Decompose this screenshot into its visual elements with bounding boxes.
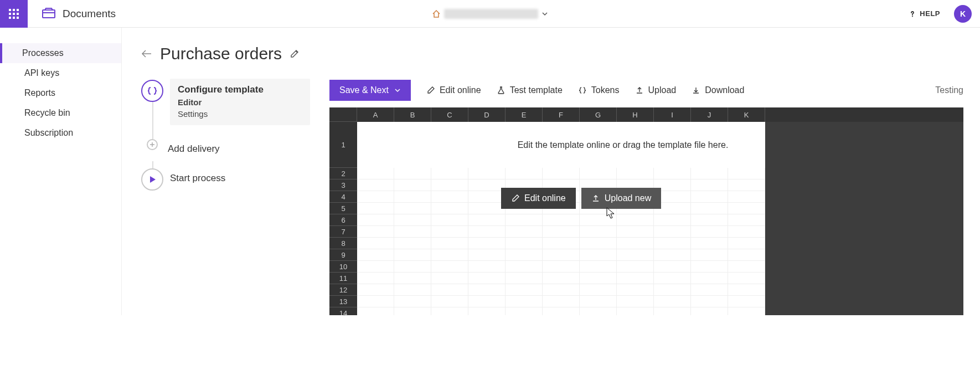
flask-icon (497, 86, 506, 95)
edit-title-button[interactable] (290, 49, 300, 59)
column-header: D (468, 107, 506, 122)
step-editor-link[interactable]: Editor (178, 97, 302, 107)
column-header: A (357, 107, 394, 122)
row-header: 10 (329, 261, 357, 273)
sheet-corner (329, 107, 357, 122)
sidebar-item-processes[interactable]: Processes (0, 43, 121, 63)
column-header: G (580, 107, 617, 122)
home-icon (432, 9, 441, 18)
row-header: 12 (329, 284, 357, 296)
page-title: Purchase orders (160, 44, 282, 63)
column-header: K (728, 107, 765, 122)
apps-grid-icon (9, 9, 19, 19)
sidebar-item-recycle-bin[interactable]: Recycle bin (0, 103, 121, 123)
row-header: 13 (329, 296, 357, 307)
row-header: 14 (329, 307, 357, 315)
edit-icon (511, 194, 520, 203)
download-icon (692, 86, 700, 95)
upload-icon (635, 86, 644, 95)
upload-icon (591, 194, 600, 203)
testing-tab[interactable]: Testing (935, 85, 963, 95)
step-start-process[interactable]: Start process (170, 168, 310, 184)
row-header: 3 (329, 179, 357, 191)
sheet-dark-area (765, 122, 963, 315)
step-configure-card[interactable]: Configure template Editor Settings (170, 79, 310, 125)
column-header: F (543, 107, 580, 122)
edit-online-button[interactable]: Edit online (426, 85, 481, 95)
row-header: 9 (329, 249, 357, 261)
column-header: H (617, 107, 654, 122)
download-button[interactable]: Download (692, 85, 744, 95)
sidebar-nav: Processes API keys Reports Recycle bin S… (0, 28, 122, 315)
column-headers: ABCDEFGHIJK (357, 107, 963, 122)
chevron-down-icon (394, 87, 401, 94)
column-header: B (394, 107, 431, 122)
step-add-delivery[interactable]: Add delivery (164, 139, 310, 155)
account-email-blurred (444, 9, 538, 19)
overlay-edit-online-button[interactable]: Edit online (501, 188, 576, 209)
plus-icon (149, 141, 156, 148)
help-link[interactable]: HELP (909, 9, 940, 18)
documents-icon (42, 8, 56, 20)
step-settings-link[interactable]: Settings (178, 109, 302, 119)
test-template-button[interactable]: Test template (497, 85, 563, 95)
braces-icon (578, 86, 587, 95)
mouse-cursor (606, 207, 616, 219)
step-start-process-icon[interactable] (141, 168, 163, 191)
upload-button[interactable]: Upload (635, 85, 677, 95)
braces-icon (147, 85, 158, 96)
overlay-upload-new-button[interactable]: Upload new (581, 188, 662, 209)
apps-launcher-button[interactable] (0, 0, 28, 28)
row-header: 8 (329, 238, 357, 249)
tokens-button[interactable]: Tokens (578, 85, 620, 95)
sidebar-item-api-keys[interactable]: API keys (0, 63, 121, 83)
row-header: 5 (329, 203, 357, 214)
spreadsheet-preview: ABCDEFGHIJK 1234567891011121314 Edit the… (329, 107, 963, 315)
section-label[interactable]: Documents (63, 8, 116, 20)
user-avatar[interactable]: K (954, 5, 972, 23)
step-configure-title: Configure template (178, 84, 302, 95)
chevron-down-icon (541, 11, 548, 17)
column-header: I (654, 107, 691, 122)
row-header: 7 (329, 226, 357, 238)
svg-rect-0 (43, 10, 55, 18)
column-header: E (506, 107, 543, 122)
account-selector[interactable] (432, 9, 548, 19)
help-icon (909, 10, 916, 18)
sidebar-item-subscription[interactable]: Subscription (0, 123, 121, 143)
row-headers: 1234567891011121314 (329, 122, 357, 315)
back-button[interactable] (141, 49, 152, 58)
row-header: 1 (329, 122, 357, 168)
row-header: 2 (329, 168, 357, 179)
row-header: 6 (329, 214, 357, 226)
edit-icon (426, 86, 435, 95)
step-configure-icon[interactable] (141, 80, 163, 102)
sidebar-item-reports[interactable]: Reports (0, 83, 121, 103)
play-icon (148, 175, 157, 184)
row-header: 11 (329, 273, 357, 284)
column-header: J (691, 107, 728, 122)
row-header: 4 (329, 191, 357, 203)
save-next-button[interactable]: Save & Next (329, 80, 411, 101)
column-header: C (431, 107, 468, 122)
step-add-delivery-icon[interactable] (147, 139, 158, 150)
